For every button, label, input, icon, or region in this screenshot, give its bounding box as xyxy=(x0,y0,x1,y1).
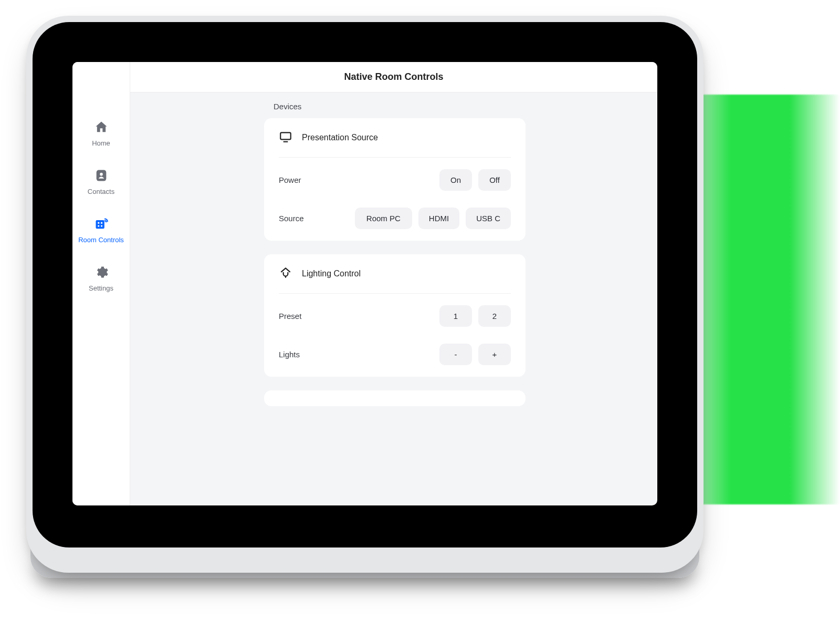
svg-rect-2 xyxy=(96,220,104,229)
source-hdmi-button[interactable]: HDMI xyxy=(418,208,459,229)
room-controls-icon xyxy=(94,216,109,233)
contacts-icon xyxy=(94,168,109,184)
sidebar-item-settings[interactable]: Settings xyxy=(72,265,130,292)
sidebar-item-contacts[interactable]: Contacts xyxy=(72,168,130,195)
content: Devices Presentation Source Power On Off xyxy=(130,92,657,505)
row-source: Source Room PC HDMI USB C xyxy=(279,202,511,241)
power-buttons: On Off xyxy=(439,169,511,191)
sidebar-item-room-controls[interactable]: Room Controls xyxy=(72,216,130,244)
preset-buttons: 1 2 xyxy=(439,305,511,327)
monitor-icon xyxy=(279,130,292,146)
sidebar-item-label: Contacts xyxy=(88,188,114,195)
sidebar-item-label: Room Controls xyxy=(78,236,124,244)
card-title: Lighting Control xyxy=(302,269,361,278)
gear-icon xyxy=(94,265,109,281)
row-power: Power On Off xyxy=(279,158,511,202)
svg-point-4 xyxy=(100,222,102,224)
card-head: Lighting Control xyxy=(279,254,511,294)
card-presentation-source: Presentation Source Power On Off Source … xyxy=(264,118,526,241)
source-buttons: Room PC HDMI USB C xyxy=(355,208,511,229)
sidebar-item-label: Settings xyxy=(89,284,113,292)
page-title: Native Room Controls xyxy=(130,62,657,92)
light-icon xyxy=(279,266,292,282)
source-roompc-button[interactable]: Room PC xyxy=(355,208,412,229)
sidebar: Home Contacts Room Controls Settings xyxy=(72,62,130,505)
row-lights: Lights - + xyxy=(279,338,511,377)
sidebar-item-label: Home xyxy=(92,139,110,147)
source-usbc-button[interactable]: USB C xyxy=(466,208,511,229)
screen: Home Contacts Room Controls Settings xyxy=(72,62,657,505)
row-preset: Preset 1 2 xyxy=(279,294,511,338)
card-title: Presentation Source xyxy=(302,133,378,142)
svg-point-6 xyxy=(100,225,102,226)
svg-point-3 xyxy=(98,222,99,224)
row-label: Lights xyxy=(279,350,300,359)
main: Native Room Controls Devices Presentatio… xyxy=(130,62,657,505)
lights-buttons: - + xyxy=(439,344,511,365)
sidebar-item-home[interactable]: Home xyxy=(72,120,130,147)
power-on-button[interactable]: On xyxy=(439,169,472,191)
preset-1-button[interactable]: 1 xyxy=(439,305,472,327)
card-lighting-control: Lighting Control Preset 1 2 Lights - xyxy=(264,254,526,377)
card-partial xyxy=(264,390,526,406)
device-frame: Home Contacts Room Controls Settings xyxy=(26,16,704,573)
svg-point-1 xyxy=(100,173,103,176)
row-label: Preset xyxy=(279,312,301,321)
power-off-button[interactable]: Off xyxy=(478,169,511,191)
svg-point-5 xyxy=(98,225,99,226)
row-label: Source xyxy=(279,214,304,223)
card-head: Presentation Source xyxy=(279,118,511,158)
home-icon xyxy=(94,120,109,136)
svg-rect-7 xyxy=(280,132,291,139)
row-label: Power xyxy=(279,175,301,184)
preset-2-button[interactable]: 2 xyxy=(478,305,511,327)
lights-increase-button[interactable]: + xyxy=(478,344,511,365)
section-label-devices: Devices xyxy=(274,102,657,111)
lights-decrease-button[interactable]: - xyxy=(439,344,472,365)
